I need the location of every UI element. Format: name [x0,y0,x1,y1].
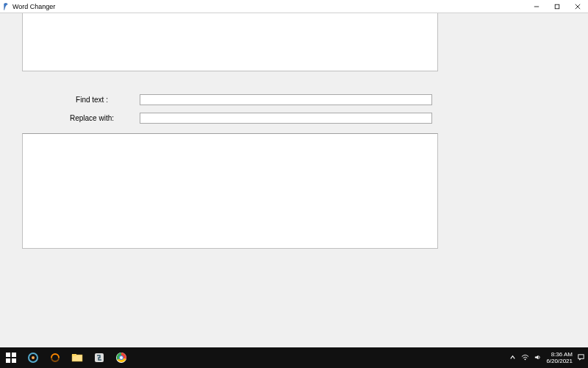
svg-rect-11 [72,354,76,356]
file-explorer-icon[interactable] [66,347,88,368]
wifi-icon[interactable] [521,353,529,363]
taskbar-app-python[interactable] [88,347,110,368]
tray-chevron-icon[interactable] [509,353,517,363]
window-titlebar: Word Changer [0,0,588,13]
close-button[interactable] [567,0,588,13]
system-tray: 8:36 AM 6/20/2021 [509,351,588,364]
taskbar-app-2[interactable] [44,347,66,368]
tk-feather-icon [2,2,10,11]
taskbar-app-1[interactable] [22,347,44,368]
svg-rect-6 [6,358,10,363]
svg-point-16 [525,358,526,360]
output-textarea[interactable] [22,133,438,249]
window-title: Word Changer [12,3,55,10]
maximize-button[interactable] [547,0,567,13]
find-input[interactable] [140,94,432,105]
taskbar-pinned [0,347,132,368]
svg-rect-7 [12,358,16,363]
chrome-icon[interactable] [110,347,132,368]
svg-point-9 [32,356,35,359]
svg-rect-5 [12,353,16,357]
replace-input[interactable] [140,113,432,124]
svg-rect-1 [555,4,559,9]
input-textarea[interactable] [22,13,438,71]
replace-label: Replace with: [44,114,140,122]
find-row: Find text : [44,93,432,106]
client-area: Find text : Replace with: [0,13,588,347]
taskbar: 8:36 AM 6/20/2021 [0,347,588,368]
volume-icon[interactable] [534,353,542,363]
clock-time: 8:36 AM [546,351,573,358]
minimize-button[interactable] [526,0,547,13]
taskbar-clock[interactable]: 8:36 AM 6/20/2021 [546,351,573,364]
notifications-icon[interactable] [577,353,585,363]
svg-point-15 [120,356,123,359]
svg-rect-17 [578,354,584,358]
replace-row: Replace with: [44,112,432,124]
start-button[interactable] [0,347,22,368]
clock-date: 6/20/2021 [546,358,573,364]
find-label: Find text : [44,96,140,104]
svg-rect-4 [6,353,10,357]
